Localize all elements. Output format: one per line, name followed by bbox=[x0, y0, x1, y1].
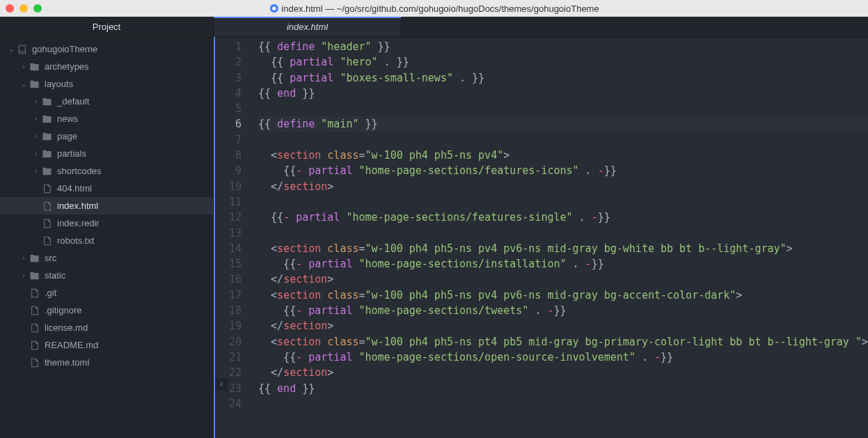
sidebar-header[interactable]: Project bbox=[0, 17, 213, 38]
tree-item-theme-toml[interactable]: theme.toml bbox=[0, 354, 213, 371]
chevron-right-icon[interactable]: › bbox=[18, 61, 29, 72]
tree-item-page[interactable]: ›page bbox=[0, 127, 213, 145]
code-area[interactable]: 123456789101112131415161718192021222324 … bbox=[214, 38, 868, 438]
code-line[interactable]: {{ partial "boxes-small-news" . }} bbox=[258, 70, 868, 86]
window-title: index.html — ~/go/src/github.com/gohugoi… bbox=[269, 3, 599, 14]
code-line[interactable]: {{ partial "hero" . }} bbox=[258, 54, 868, 70]
chevron-spacer bbox=[18, 322, 29, 334]
tab-index-html[interactable]: index.html bbox=[214, 17, 402, 37]
tree-item-404-html[interactable]: 404.html bbox=[0, 180, 213, 197]
svg-point-1 bbox=[272, 6, 276, 10]
code-line[interactable]: <section class="w-100 ph4 ph5-ns pv4 pv6… bbox=[258, 241, 868, 256]
tree-item-archetypes[interactable]: ›archetypes bbox=[0, 58, 213, 75]
code-line[interactable] bbox=[258, 396, 868, 412]
tree-item-license-md[interactable]: license.md bbox=[0, 319, 213, 336]
code-line[interactable]: {{ define "header" }} bbox=[258, 39, 868, 54]
sidebar-title: Project bbox=[93, 22, 120, 32]
tree-item--default[interactable]: ›_default bbox=[0, 93, 213, 110]
tab-bar: index.html bbox=[214, 17, 868, 38]
code-line[interactable]: <section class="w-100 ph4 ph5-ns pv4"> bbox=[258, 148, 868, 163]
chevron-down-icon[interactable]: ⌄ bbox=[6, 44, 17, 55]
tree-item-shortcodes[interactable]: ›shortcodes bbox=[0, 162, 213, 180]
tree-item-static[interactable]: ›static bbox=[0, 267, 213, 284]
folder-icon bbox=[29, 79, 40, 90]
folder-icon bbox=[42, 131, 53, 142]
code-content[interactable]: {{ define "header" }} {{ partial "hero" … bbox=[247, 39, 868, 438]
tree-item-readme-md[interactable]: README.md bbox=[0, 336, 213, 354]
code-line[interactable]: </section> bbox=[258, 179, 868, 194]
tree-item-label: shortcodes bbox=[57, 166, 102, 176]
chevron-right-icon[interactable]: › bbox=[18, 270, 29, 281]
code-line[interactable]: {{- partial "home-page-sections/tweets" … bbox=[258, 303, 868, 318]
file-icon bbox=[42, 235, 53, 247]
maximize-window-button[interactable] bbox=[33, 4, 42, 13]
tree-item-label: README.md bbox=[45, 340, 98, 350]
chevron-spacer bbox=[18, 340, 29, 351]
code-line[interactable]: {{- partial "home-page-sections/features… bbox=[258, 163, 868, 178]
tree-item-label: page bbox=[57, 131, 77, 141]
chevron-right-icon[interactable]: › bbox=[31, 131, 42, 142]
code-line[interactable] bbox=[258, 101, 868, 116]
code-line[interactable]: {{ define "main" }} bbox=[258, 116, 868, 132]
file-icon bbox=[42, 201, 53, 212]
file-tree[interactable]: ⌄gohugoioTheme›archetypes⌄layouts›_defau… bbox=[0, 38, 213, 371]
code-line[interactable]: <section class="w-100 ph4 ph5-ns pv4 pv6… bbox=[258, 288, 868, 303]
fold-toggle-icon[interactable]: ‹ bbox=[215, 378, 228, 391]
chevron-right-icon[interactable]: › bbox=[31, 148, 42, 159]
code-line[interactable]: {{- partial "home-page-sections/open-sou… bbox=[258, 350, 868, 365]
code-line[interactable]: {{ end }} bbox=[258, 86, 868, 101]
tree-item-label: license.md bbox=[45, 322, 88, 333]
chevron-right-icon[interactable]: › bbox=[31, 166, 42, 177]
minimize-window-button[interactable] bbox=[19, 4, 28, 13]
line-number: 13 bbox=[214, 226, 242, 241]
tree-item-layouts[interactable]: ⌄layouts bbox=[0, 75, 213, 93]
file-icon bbox=[29, 305, 40, 316]
chevron-right-icon[interactable]: › bbox=[18, 253, 29, 264]
close-window-button[interactable] bbox=[6, 4, 14, 13]
tree-item-partials[interactable]: ›partials bbox=[0, 145, 213, 162]
code-line[interactable] bbox=[258, 132, 868, 148]
tree-item--git[interactable]: .git bbox=[0, 284, 213, 302]
tree-item-news[interactable]: ›news bbox=[0, 110, 213, 127]
code-line[interactable]: <section class="w-100 ph4 ph5-ns pt4 pb5… bbox=[258, 334, 868, 350]
tree-item-label: 404.html bbox=[57, 183, 92, 194]
code-line[interactable]: </section> bbox=[258, 365, 868, 380]
line-number: 2 bbox=[214, 54, 242, 70]
folder-icon bbox=[42, 114, 53, 125]
file-icon bbox=[42, 183, 53, 194]
line-number: 11 bbox=[214, 194, 242, 210]
chevron-right-icon[interactable]: › bbox=[31, 96, 42, 107]
editor-area: index.html 12345678910111213141516171819… bbox=[214, 17, 868, 438]
line-number: 6 bbox=[214, 116, 242, 132]
tree-item-index-html[interactable]: index.html bbox=[0, 197, 213, 214]
tree-item-label: partials bbox=[57, 148, 86, 159]
tree-item-label: theme.toml bbox=[45, 357, 89, 368]
tree-item-gohugoiotheme[interactable]: ⌄gohugoioTheme bbox=[0, 40, 213, 58]
code-line[interactable] bbox=[258, 194, 868, 210]
code-line[interactable]: {{- partial "home-page-sections/features… bbox=[258, 210, 868, 225]
tree-item-src[interactable]: ›src bbox=[0, 249, 213, 267]
line-number: 16 bbox=[214, 272, 242, 287]
tree-item-index-redir[interactable]: index.redir bbox=[0, 214, 213, 232]
code-line[interactable]: </section> bbox=[258, 272, 868, 287]
tree-item-label: static bbox=[45, 270, 65, 281]
chevron-down-icon[interactable]: ⌄ bbox=[18, 79, 29, 90]
tree-item-label: layouts bbox=[45, 79, 73, 89]
code-line[interactable]: {{- partial "home-page-sections/installa… bbox=[258, 256, 868, 272]
chevron-spacer bbox=[18, 305, 29, 316]
line-number: 7 bbox=[214, 132, 242, 148]
code-line[interactable] bbox=[258, 226, 868, 241]
line-number: 12 bbox=[214, 210, 242, 225]
chevron-right-icon[interactable]: › bbox=[31, 114, 42, 125]
code-line[interactable]: {{ end }} bbox=[258, 381, 868, 396]
tree-item--gitignore[interactable]: .gitignore bbox=[0, 302, 213, 319]
tree-item-label: _default bbox=[57, 96, 89, 107]
chevron-spacer bbox=[31, 235, 42, 247]
tree-item-label: index.html bbox=[57, 201, 98, 211]
tree-item-robots-txt[interactable]: robots.txt bbox=[0, 232, 213, 249]
code-line[interactable]: </section> bbox=[258, 318, 868, 334]
project-sidebar: Project ⌄gohugoioTheme›archetypes⌄layout… bbox=[0, 17, 214, 438]
line-number: 10 bbox=[214, 179, 242, 194]
tree-item-label: .gitignore bbox=[45, 305, 81, 315]
chevron-spacer bbox=[31, 201, 42, 212]
